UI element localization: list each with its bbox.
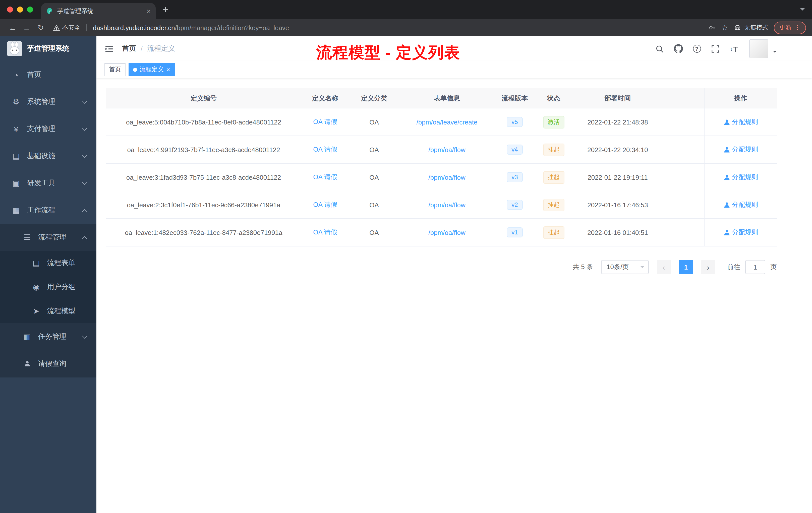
definition-name-cell: OA 请假	[301, 163, 349, 191]
tab-strip: 芋道管理系统 × +	[0, 0, 812, 19]
update-button[interactable]: 更新 ⋮	[774, 21, 806, 34]
definition-name-link[interactable]: OA 请假	[313, 200, 337, 209]
security-chip[interactable]: 不安全	[53, 23, 80, 32]
github-icon[interactable]	[670, 36, 687, 61]
user-icon	[21, 360, 33, 368]
filler-cell	[663, 136, 704, 163]
definition-name-link[interactable]: OA 请假	[313, 173, 337, 182]
sidebar-item-user-group[interactable]: ◉用户分组	[0, 275, 96, 299]
app-title: 芋道管理系统	[27, 44, 69, 53]
bookmark-star-icon[interactable]: ☆	[721, 23, 728, 32]
font-size-icon[interactable]: ↕T	[726, 36, 742, 61]
sidebar-item-dev-tools[interactable]: ▣研发工具	[0, 170, 96, 197]
forward-icon[interactable]: →	[20, 23, 33, 32]
maximize-window-button[interactable]	[27, 6, 33, 12]
sidebar-item-process-management[interactable]: ☰流程管理	[0, 224, 96, 251]
sidebar-item-system-management[interactable]: ⚙系统管理	[0, 88, 96, 116]
sidebar-item-infrastructure[interactable]: ▤基础设施	[0, 143, 96, 170]
sidebar-item-label: 首页	[27, 70, 41, 79]
chevron-up-icon	[82, 236, 87, 241]
tab-close-icon[interactable]: ×	[147, 7, 151, 15]
tag-active[interactable]: 流程定义×	[128, 63, 174, 76]
back-icon[interactable]: ←	[6, 23, 19, 32]
total-count: 共 5 条	[573, 263, 593, 272]
tab-search-icon[interactable]	[800, 8, 805, 13]
close-icon[interactable]: ×	[166, 66, 170, 73]
version-cell: v4	[495, 136, 535, 163]
sidebar-item-workflow[interactable]: ▦工作流程	[0, 197, 96, 224]
page-number-button[interactable]: 1	[679, 260, 693, 274]
version-tag: v1	[506, 228, 523, 237]
prev-page-button[interactable]: ‹	[657, 260, 671, 274]
avatar-caret-icon[interactable]	[773, 51, 777, 55]
filler-cell	[663, 219, 704, 246]
definition-category-cell: OA	[349, 136, 399, 163]
form-link[interactable]: /bpm/oa/flow	[428, 201, 465, 209]
browser-window: 芋道管理系统 × + ← → ↻ 不安全 dashboard.yudao.ioc…	[0, 0, 812, 513]
browser-tab[interactable]: 芋道管理系统 ×	[41, 3, 156, 19]
assign-rule-link[interactable]: 分配规则	[723, 117, 758, 126]
sidebar-item-label: 研发工具	[27, 179, 55, 188]
status-cell: 挂起	[535, 136, 573, 163]
goto-page-input[interactable]	[745, 260, 765, 274]
search-icon[interactable]	[651, 36, 668, 61]
close-window-button[interactable]	[7, 6, 13, 12]
assign-rule-link[interactable]: 分配规则	[723, 173, 758, 182]
sidebar-item-process-form[interactable]: ▤流程表单	[0, 251, 96, 275]
tags-bar: 首页流程定义×	[96, 61, 812, 78]
definition-name-cell: OA 请假	[301, 191, 349, 218]
status-badge: 挂起	[543, 199, 564, 211]
help-icon[interactable]: ?	[689, 36, 705, 61]
reload-icon[interactable]: ↻	[34, 23, 47, 32]
key-icon[interactable]	[708, 24, 716, 31]
definition-category-cell: OA	[349, 191, 399, 218]
sidebar-item-home[interactable]: ◔首页	[0, 61, 96, 88]
table-row: oa_leave:4:991f2193-7b7f-11ec-a3c8-acde4…	[106, 136, 777, 163]
chevron-down-icon	[640, 266, 644, 270]
version-tag: v5	[506, 117, 523, 127]
page-title-annotation: 流程模型 - 定义列表	[316, 42, 460, 63]
tag-item[interactable]: 首页	[105, 63, 125, 76]
logo-row[interactable]: 芋道管理系统	[0, 36, 96, 61]
sidebar-item-task-management[interactable]: ▥任务管理	[0, 323, 96, 350]
form-info-cell: /bpm/oa/flow	[399, 136, 495, 163]
definition-id-cell: oa_leave:1:482ec033-762a-11ec-8477-a2380…	[106, 219, 301, 246]
url-text[interactable]: dashboard.yudao.iocoder.cn/bpm/manager/d…	[93, 24, 702, 31]
filler-cell	[663, 163, 704, 191]
model-icon: ➤	[30, 307, 42, 316]
assign-rule-link[interactable]: 分配规则	[723, 228, 758, 237]
infra-icon: ▤	[10, 152, 22, 161]
browser-menu-icon[interactable]: ⋮	[794, 24, 801, 31]
table-row: oa_leave:3:1fad3d93-7b75-11ec-a3c8-acde4…	[106, 163, 777, 191]
fullscreen-icon[interactable]	[707, 36, 724, 61]
sidebar-item-leave-query[interactable]: 请假查询	[0, 350, 96, 378]
definition-name-link[interactable]: OA 请假	[313, 145, 337, 154]
new-tab-button[interactable]: +	[163, 4, 168, 15]
chevron-down-icon	[82, 180, 87, 185]
next-page-button[interactable]: ›	[701, 260, 715, 274]
action-cell: 分配规则	[704, 109, 777, 135]
status-badge: 激活	[543, 116, 564, 128]
definition-name-link[interactable]: OA 请假	[313, 228, 337, 237]
breadcrumb-home[interactable]: 首页	[122, 44, 136, 53]
version-cell: v2	[495, 191, 535, 218]
form-link[interactable]: /bpm/oa/flow	[428, 174, 465, 181]
sidebar-item-process-model[interactable]: ➤流程模型	[0, 299, 96, 323]
assign-rule-link[interactable]: 分配规则	[723, 145, 758, 154]
form-link[interactable]: /bpm/oa/leave/create	[416, 118, 477, 126]
form-link[interactable]: /bpm/oa/flow	[428, 229, 465, 236]
definition-name-link[interactable]: OA 请假	[313, 117, 337, 126]
minimize-window-button[interactable]	[17, 6, 23, 12]
assign-rule-link[interactable]: 分配规则	[723, 200, 758, 209]
sidebar-item-payment-management[interactable]: ¥支付管理	[0, 116, 96, 143]
form-link[interactable]: /bpm/oa/flow	[428, 146, 465, 153]
page-size-select[interactable]: 10条/页	[601, 260, 649, 274]
column-header-id: 定义编号	[106, 88, 301, 108]
action-cell: 分配规则	[704, 191, 777, 218]
sidebar-item-label: 流程模型	[47, 307, 75, 316]
avatar[interactable]	[749, 39, 768, 58]
sidebar-toggle-icon[interactable]	[96, 44, 122, 54]
table-body: oa_leave:5:004b710b-7b8a-11ec-8ef0-acde4…	[106, 109, 777, 246]
chevron-down-icon	[82, 153, 87, 158]
page-unit: 页	[770, 263, 777, 272]
